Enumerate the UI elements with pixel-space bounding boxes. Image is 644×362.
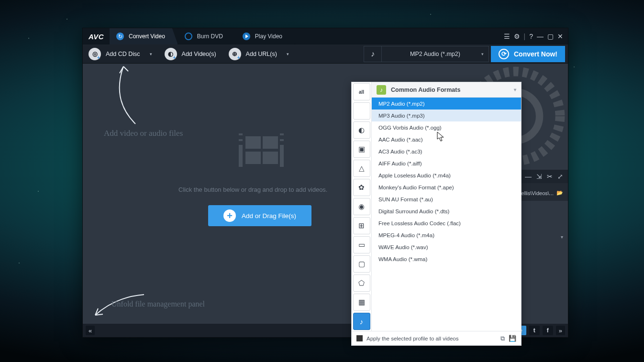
format-item[interactable]: WAVE Audio (*.wav) bbox=[372, 241, 521, 253]
format-list: MP2 Audio (*.mp2)MP3 Audio (*.mp3)OGG Vo… bbox=[372, 98, 521, 331]
tab-label: Play Video bbox=[255, 33, 282, 40]
maximize-button[interactable]: ▢ bbox=[547, 33, 554, 40]
format-group-header[interactable]: ♪ Common Audio Formats ▾ bbox=[372, 82, 521, 98]
play-icon bbox=[243, 33, 250, 40]
music-icon[interactable]: ♪ bbox=[364, 46, 382, 62]
format-item[interactable]: Free Lossless Audio Codec (.flac) bbox=[372, 217, 521, 229]
format-category-column: all◐▣△✿◉⊞▭▢⬠▦♪ bbox=[352, 82, 372, 331]
disc-add-icon: ◎+ bbox=[89, 48, 101, 60]
tool-link-icon[interactable]: ⇲ bbox=[536, 173, 542, 180]
hint-add-files: Add video or audio files bbox=[104, 129, 183, 138]
format-item[interactable]: MP2 Audio (*.mp2) bbox=[372, 98, 521, 110]
refresh-icon bbox=[116, 33, 124, 40]
panel-expand-button[interactable]: » bbox=[556, 326, 565, 335]
output-path-text: ellis\Videos\... bbox=[521, 190, 554, 196]
audio-group-icon: ♪ bbox=[377, 85, 386, 95]
minimize-button[interactable]: — bbox=[537, 33, 544, 40]
tab-burn-dvd[interactable]: Burn DVD bbox=[178, 28, 236, 44]
url-add-icon: ⊕+ bbox=[229, 48, 241, 60]
title-bar: AVC Convert Video Burn DVD Play Video ☰ … bbox=[83, 28, 568, 44]
category-apple[interactable] bbox=[353, 102, 370, 120]
help-icon[interactable]: ? bbox=[529, 33, 533, 40]
tab-label: Burn DVD bbox=[197, 33, 223, 40]
add-or-drag-files-button[interactable]: + Add or Drag File(s) bbox=[208, 205, 311, 226]
category-samsung-android[interactable]: ◐ bbox=[353, 121, 370, 139]
format-item[interactable]: Apple Loseless Audio (*.m4a) bbox=[372, 169, 521, 181]
category-playstation[interactable]: △ bbox=[353, 160, 370, 177]
format-item[interactable]: OGG Vorbis Audio (*.ogg) bbox=[372, 121, 521, 133]
panel-collapse-button[interactable]: « bbox=[86, 326, 95, 335]
folder-icon[interactable]: 📂 bbox=[556, 190, 563, 196]
format-group-title: Common Audio Formats bbox=[391, 87, 460, 93]
format-popup: all◐▣△✿◉⊞▭▢⬠▦♪ ♪ Common Audio Formats ▾ … bbox=[351, 82, 522, 346]
button-label: Add or Drag File(s) bbox=[242, 212, 296, 219]
tab-play-video[interactable]: Play Video bbox=[236, 28, 295, 44]
selected-format-label: MP2 Audio (*.mp2) bbox=[410, 51, 460, 57]
app-logo: AVC bbox=[83, 28, 110, 44]
category-tv[interactable]: ▢ bbox=[353, 255, 370, 273]
video-add-icon: ◐+ bbox=[165, 48, 177, 60]
apply-all-label: Apply the selected profile to all videos bbox=[366, 336, 458, 341]
facebook-icon[interactable]: f bbox=[543, 326, 553, 335]
category-html5[interactable]: ⬠ bbox=[353, 274, 370, 292]
convert-now-button[interactable]: ⟳ Convert Now! bbox=[491, 46, 565, 62]
format-item[interactable]: MPEG-4 Audio (*.m4a) bbox=[372, 229, 521, 241]
close-button[interactable]: ✕ bbox=[557, 33, 563, 40]
output-format-selector: ♪ MP2 Audio (*.mp2) bbox=[364, 46, 489, 62]
button-label: Add Video(s) bbox=[182, 51, 216, 57]
format-item[interactable]: AAC Audio (*.aac) bbox=[372, 133, 521, 145]
main-area: Add video or audio files Click the butto… bbox=[83, 64, 568, 324]
category-android[interactable]: ▣ bbox=[353, 141, 370, 158]
category-lg[interactable]: ◉ bbox=[353, 198, 370, 215]
apply-all-checkbox[interactable] bbox=[356, 335, 363, 341]
app-window: AVC Convert Video Burn DVD Play Video ☰ … bbox=[82, 28, 568, 338]
drag-instruction-text: Click the button below or drag and drop … bbox=[178, 186, 327, 193]
save-profile-icon[interactable]: 💾 bbox=[509, 335, 516, 342]
toolbar: ◎+ Add CD Disc ◐+ Add Video(s) ⊕+ Add UR… bbox=[83, 44, 568, 64]
film-icon bbox=[239, 133, 284, 167]
chevron-down-icon: ▾ bbox=[514, 87, 516, 92]
add-profile-icon[interactable]: ⧉ bbox=[500, 335, 505, 342]
tool-divider-icon[interactable]: — bbox=[525, 173, 532, 180]
disc-icon bbox=[185, 33, 192, 40]
button-label: Convert Now! bbox=[514, 50, 557, 58]
button-label: Add CD Disc bbox=[106, 51, 140, 57]
tool-expand-icon[interactable]: ⤢ bbox=[557, 173, 563, 180]
window-controls: ☰ ⚙ | ? — ▢ ✕ bbox=[504, 28, 568, 44]
list-icon[interactable]: ☰ bbox=[504, 33, 510, 40]
tab-convert-video[interactable]: Convert Video bbox=[110, 28, 178, 44]
format-item[interactable]: WMA Audio (*.wma) bbox=[372, 253, 521, 265]
category-phone[interactable]: ▭ bbox=[353, 236, 370, 253]
drop-zone[interactable]: Add video or audio files Click the butto… bbox=[83, 64, 568, 324]
add-videos-button[interactable]: ◐+ Add Video(s) bbox=[162, 46, 224, 62]
category-video[interactable]: ▦ bbox=[353, 294, 370, 311]
category-windows[interactable]: ⊞ bbox=[353, 217, 370, 234]
convert-icon: ⟳ bbox=[499, 49, 509, 59]
format-item[interactable]: AIFF Audio (*.aiff) bbox=[372, 157, 521, 169]
tool-cut-icon[interactable]: ✂ bbox=[547, 173, 553, 180]
twitter-icon[interactable]: t bbox=[529, 326, 540, 335]
button-label: Add URL(s) bbox=[246, 51, 277, 57]
category-all[interactable]: all bbox=[353, 83, 370, 100]
hint-unfold-panel: Unfold file management panel bbox=[111, 300, 205, 308]
add-urls-button[interactable]: ⊕+ Add URL(s) bbox=[226, 46, 297, 62]
category-audio[interactable]: ♪ bbox=[353, 313, 370, 330]
format-item[interactable]: SUN AU Format (*.au) bbox=[372, 193, 521, 205]
plus-icon: + bbox=[223, 209, 236, 222]
format-item[interactable]: AC3 Audio (*.ac3) bbox=[372, 145, 521, 157]
format-item[interactable]: MP3 Audio (*.mp3) bbox=[372, 110, 521, 121]
format-popup-footer: Apply the selected profile to all videos… bbox=[352, 331, 521, 345]
arrow-up-annotation bbox=[102, 62, 145, 129]
gear-icon[interactable]: ⚙ bbox=[514, 33, 520, 40]
format-item[interactable]: Monkey's Audio Format (*.ape) bbox=[372, 181, 521, 193]
category-huawei[interactable]: ✿ bbox=[353, 179, 370, 196]
output-format-dropdown[interactable]: MP2 Audio (*.mp2) bbox=[382, 46, 489, 62]
add-cd-disc-button[interactable]: ◎+ Add CD Disc bbox=[86, 46, 160, 62]
tab-label: Convert Video bbox=[129, 33, 165, 40]
format-item[interactable]: Digital Surround Audio (*.dts) bbox=[372, 205, 521, 217]
